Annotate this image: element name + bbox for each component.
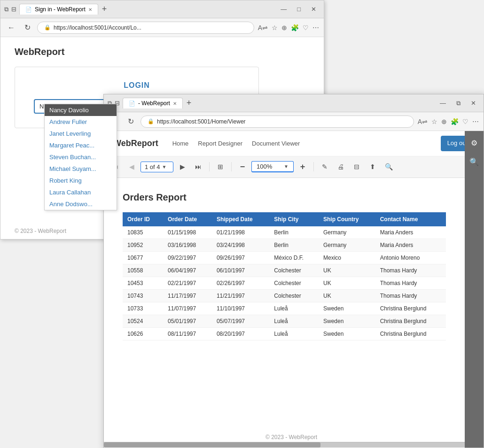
bg-url-box[interactable]: 🔒 https://localhost:5001/Account/Lo... (37, 22, 254, 34)
search-btn[interactable]: 🔍 (382, 160, 396, 174)
cell-contact-name[interactable]: Thomas Hardy (375, 289, 446, 302)
dropdown-item-7[interactable]: Laura Callahan (45, 186, 117, 198)
fg-tab-new[interactable]: + (187, 98, 192, 108)
dropdown-item-0[interactable]: Nancy Davolio (45, 104, 117, 116)
page-input[interactable]: 1 of 4 ▼ (141, 162, 173, 172)
cell-ship-city[interactable]: México D.F. (269, 251, 319, 264)
prev-page-btn[interactable]: ◀ (125, 160, 139, 174)
cell-contact-name[interactable]: Christina Berglund (375, 302, 446, 315)
fg-heart-icon[interactable]: ♡ (462, 118, 468, 125)
zoom-in-btn[interactable]: + (296, 160, 310, 174)
cell-ship-city[interactable]: Berlin (269, 226, 319, 239)
fg-brand: WebReport (113, 139, 158, 148)
cell-ship-city[interactable]: Luleå (269, 327, 319, 340)
bg-refresh-btn[interactable]: ↻ (21, 22, 33, 34)
dropdown-item-5[interactable]: Michael Suyam... (45, 163, 117, 175)
dropdown-item-8[interactable]: Anne Dodswo... (45, 198, 117, 210)
dropdown-item-1[interactable]: Andrew Fuller (45, 116, 117, 128)
fg-restore-btn[interactable]: ⧉ (453, 99, 464, 108)
cell-ship-country[interactable]: Germany (319, 239, 375, 251)
fg-tab[interactable]: 📄 - WebReport ✕ (123, 98, 183, 108)
cell-ship-city[interactable]: Colchester (269, 289, 319, 302)
bg-close-btn[interactable]: ✕ (307, 5, 320, 14)
cell-contact-name[interactable]: Maria Anders (375, 226, 446, 239)
cell-contact-name[interactable]: Thomas Hardy (375, 277, 446, 289)
col-ship-country: Ship Country (319, 212, 375, 226)
cell-order-id: 10952 (123, 239, 163, 251)
last-page-btn[interactable]: ⏭ (191, 160, 205, 174)
nav-document-viewer[interactable]: Document Viewer (252, 140, 300, 147)
bg-icon-copy[interactable]: ⧉ (4, 6, 8, 13)
fg-refresh-btn[interactable]: ↻ (125, 116, 137, 128)
bg-tab-close[interactable]: ✕ (88, 7, 92, 12)
fg-more-icon[interactable]: ⋯ (472, 118, 479, 125)
nav-home[interactable]: Home (172, 140, 189, 147)
cell-ship-country[interactable]: Sweden (319, 302, 375, 315)
fg-tab-close[interactable]: ✕ (173, 101, 177, 106)
bg-favorite-icon[interactable]: ☆ (272, 24, 278, 31)
bg-titlebar: ⧉ ⊟ 📄 Sign in - WebReport ✕ + — □ ✕ (0, 0, 324, 18)
fg-url-box[interactable]: 🔒 https://localhost:5001/Home/Viewer (141, 116, 414, 128)
fg-right-sidebar: ⚙ 🔍 (465, 131, 484, 448)
fg-minimize-btn[interactable]: — (436, 99, 450, 108)
print-layout-btn[interactable]: ⊟ (350, 160, 364, 174)
cell-contact-name[interactable]: Antonio Moreno (375, 251, 446, 264)
bg-addr-icons: A⇌ ☆ ⊕ 🧩 ♡ ⋯ (258, 24, 319, 31)
cell-contact-name[interactable]: Thomas Hardy (375, 264, 446, 277)
bg-minimize-btn[interactable]: — (277, 5, 290, 14)
export-btn[interactable]: ⬆ (366, 160, 380, 174)
scrollbar-thumb[interactable] (104, 442, 320, 448)
cell-ship-city[interactable]: Colchester (269, 277, 319, 289)
cell-ship-country[interactable]: Sweden (319, 327, 375, 340)
zoom-dropdown-icon[interactable]: ▼ (284, 164, 289, 169)
cell-contact-name[interactable]: Maria Anders (375, 239, 446, 251)
edit-btn[interactable]: ✎ (318, 160, 332, 174)
bg-extensions-icon[interactable]: 🧩 (291, 24, 299, 31)
grid-view-btn[interactable]: ⊞ (213, 160, 227, 174)
dropdown-item-4[interactable]: Steven Buchan... (45, 151, 117, 163)
bg-translate-icon[interactable]: A⇌ (258, 24, 268, 31)
cell-ship-country[interactable]: Germany (319, 226, 375, 239)
zoom-input[interactable]: 100% ▼ (251, 161, 294, 172)
bg-heart-icon[interactable]: ♡ (303, 24, 309, 31)
cell-ship-country[interactable]: UK (319, 264, 375, 277)
fg-close-btn[interactable]: ✕ (467, 99, 480, 108)
cell-ship-city[interactable]: Luleå (269, 302, 319, 315)
cell-ship-city[interactable]: Luleå (269, 315, 319, 327)
fg-translate-icon[interactable]: A⇌ (418, 118, 428, 125)
bg-back-btn[interactable]: ← (5, 22, 17, 34)
bg-maximize-btn[interactable]: □ (293, 5, 304, 14)
sidebar-search-btn[interactable]: 🔍 (467, 154, 481, 169)
cell-contact-name[interactable]: Christina Berglund (375, 315, 446, 327)
dropdown-item-6[interactable]: Robert King (45, 175, 117, 186)
cell-ship-country[interactable]: Mexico (319, 251, 375, 264)
cell-ship-country[interactable]: Sweden (319, 315, 375, 327)
nav-report-designer[interactable]: Report Designer (198, 140, 242, 147)
bg-more-icon[interactable]: ⋯ (312, 24, 319, 31)
bg-icon-window[interactable]: ⊟ (11, 6, 16, 13)
zoom-out-btn[interactable]: − (235, 160, 250, 174)
cell-ship-city[interactable]: Berlin (269, 239, 319, 251)
fg-favorite-icon[interactable]: ☆ (431, 118, 437, 125)
bg-tab-title: Sign in - WebReport (35, 6, 86, 13)
report-title: Orders Report (123, 192, 446, 203)
dropdown-item-2[interactable]: Janet Leverling (45, 128, 117, 139)
next-page-btn[interactable]: ▶ (175, 160, 189, 174)
fg-extensions-icon[interactable]: 🧩 (451, 118, 459, 125)
cell-ship-country[interactable]: UK (319, 277, 375, 289)
page-info: 1 of 4 (145, 163, 160, 170)
bg-tab[interactable]: 📄 Sign in - WebReport ✕ (19, 4, 98, 15)
cell-contact-name[interactable]: Christina Berglund (375, 327, 446, 340)
horizontal-scrollbar[interactable] (104, 442, 465, 448)
cell-order-id: 10743 (123, 289, 163, 302)
cell-ship-country[interactable]: UK (319, 289, 375, 302)
print-btn[interactable]: 🖨 (334, 160, 348, 174)
bg-collections-icon[interactable]: ⊕ (281, 24, 287, 31)
sidebar-gear-btn[interactable]: ⚙ (467, 136, 481, 150)
page-dropdown-icon[interactable]: ▼ (162, 164, 167, 170)
fg-collections-icon[interactable]: ⊕ (441, 118, 447, 125)
dropdown-item-3[interactable]: Margaret Peac... (45, 139, 117, 151)
cell-ship-city[interactable]: Colchester (269, 264, 319, 277)
bg-lock-icon: 🔒 (44, 24, 51, 31)
bg-tab-new[interactable]: + (102, 4, 107, 14)
